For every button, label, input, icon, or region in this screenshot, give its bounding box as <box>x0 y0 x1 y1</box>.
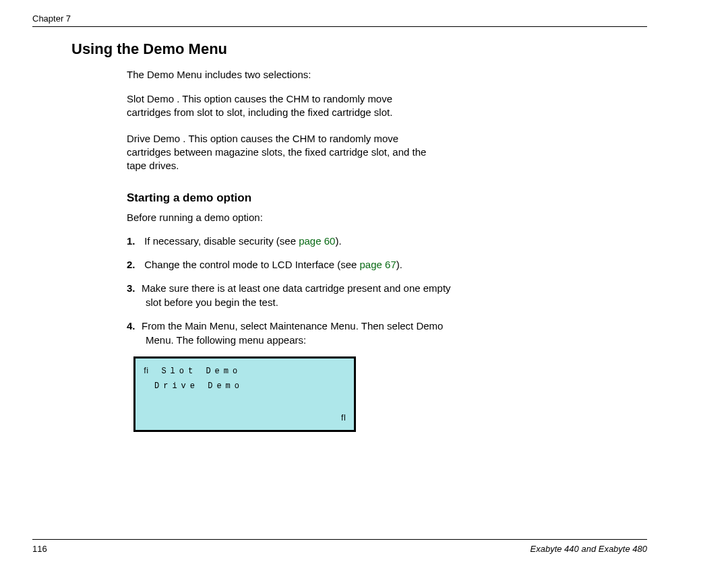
book-title: Exabyte 440 and Exabyte 480 <box>530 544 647 554</box>
step-1-text-a: If necessary, disable security (see <box>144 235 299 247</box>
step-1-text-b: ). <box>335 235 341 247</box>
step-3: Make sure there is at least one data car… <box>142 281 458 309</box>
steps-list: If necessary, disable security (see page… <box>127 234 458 347</box>
lcd-display: ﬁ Slot Demo Drive Demo ﬂ <box>133 356 356 432</box>
footer-rule <box>32 539 647 540</box>
lcd-line-3: ﬂ <box>341 414 346 423</box>
lcd-line-2: Drive Demo <box>154 381 243 391</box>
lcd-line-1: ﬁ Slot Demo <box>144 367 241 376</box>
chapter-header: Chapter 7 <box>32 13 647 24</box>
step-2-text-b: ). <box>396 259 402 270</box>
link-page-60[interactable]: page 60 <box>299 235 335 247</box>
before-text: Before running a demo option: <box>127 212 647 223</box>
step-1: If necessary, disable security (see page… <box>142 234 458 248</box>
link-page-67[interactable]: page 67 <box>360 259 396 270</box>
page-title: Using the Demo Menu <box>71 40 647 58</box>
page-footer: 116 Exabyte 440 and Exabyte 480 <box>32 539 647 554</box>
intro-text: The Demo Menu includes two selections: <box>127 69 647 80</box>
header-rule <box>32 26 647 27</box>
section-subtitle: Starting a demo option <box>127 191 647 205</box>
step-2: Change the control mode to LCD Interface… <box>142 257 458 272</box>
step-4: From the Main Menu, select Maintenance M… <box>142 319 458 347</box>
step-2-text-a: Change the control mode to LCD Interface… <box>144 259 359 270</box>
demo-option-slot: Slot Demo . This option causes the CHM t… <box>127 92 437 120</box>
document-page: Chapter 7 Using the Demo Menu The Demo M… <box>0 0 728 562</box>
page-number: 116 <box>32 544 47 554</box>
demo-option-drive: Drive Demo . This option causes the CHM … <box>127 132 437 173</box>
